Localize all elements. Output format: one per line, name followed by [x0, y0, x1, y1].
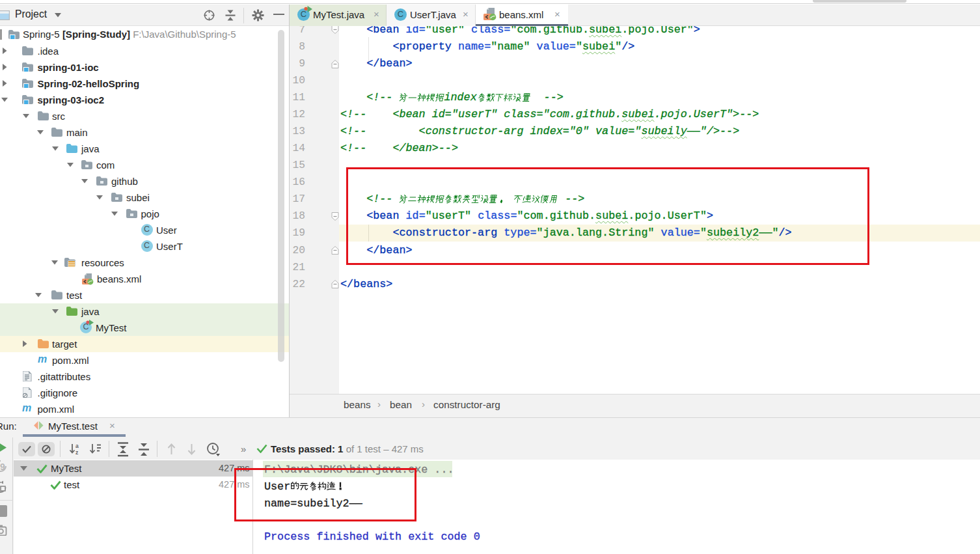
svg-text:a: a — [75, 443, 79, 449]
svg-text:9: 9 — [0, 462, 5, 472]
svg-text:z: z — [75, 449, 78, 456]
